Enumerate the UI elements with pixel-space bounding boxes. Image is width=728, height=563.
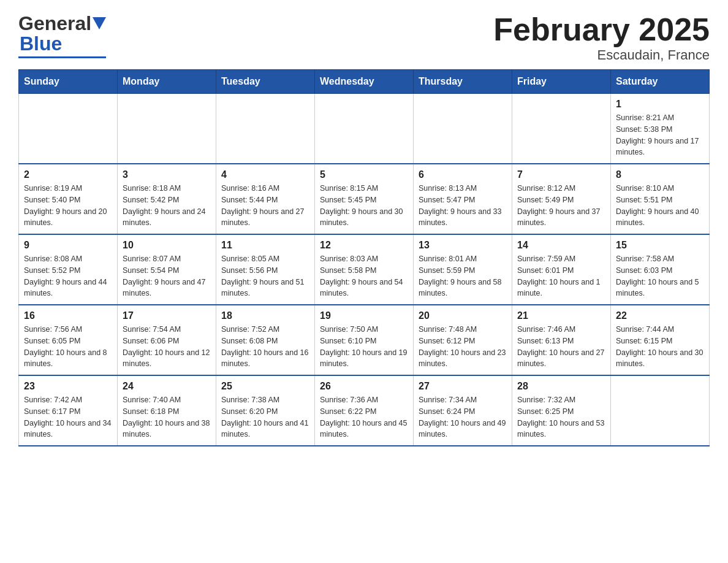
calendar-cell: 1Sunrise: 8:21 AMSunset: 5:38 PMDaylight… — [611, 94, 710, 164]
day-number: 22 — [616, 310, 704, 321]
header-row: SundayMondayTuesdayWednesdayThursdayFrid… — [19, 70, 710, 94]
day-info: Sunrise: 7:56 AMSunset: 6:05 PMDaylight:… — [24, 324, 112, 370]
day-number: 5 — [320, 169, 408, 180]
calendar-cell: 28Sunrise: 7:32 AMSunset: 6:25 PMDayligh… — [512, 375, 611, 446]
day-info: Sunrise: 8:01 AMSunset: 5:59 PMDaylight:… — [419, 253, 507, 299]
day-info: Sunrise: 8:08 AMSunset: 5:52 PMDaylight:… — [24, 253, 112, 299]
svg-marker-0 — [93, 17, 106, 29]
calendar-cell: 3Sunrise: 8:18 AMSunset: 5:42 PMDaylight… — [118, 164, 216, 234]
calendar-cell: 22Sunrise: 7:44 AMSunset: 6:15 PMDayligh… — [611, 305, 710, 375]
calendar-cell — [19, 94, 118, 164]
day-info: Sunrise: 7:48 AMSunset: 6:12 PMDaylight:… — [419, 324, 507, 370]
day-number: 20 — [419, 310, 507, 321]
day-number: 2 — [24, 169, 112, 180]
header-cell-saturday: Saturday — [611, 70, 710, 94]
calendar-title: February 2025 — [493, 12, 710, 47]
day-number: 25 — [221, 381, 309, 392]
calendar-cell: 17Sunrise: 7:54 AMSunset: 6:06 PMDayligh… — [118, 305, 216, 375]
day-number: 1 — [616, 99, 704, 110]
day-info: Sunrise: 7:34 AMSunset: 6:24 PMDaylight:… — [419, 394, 507, 440]
calendar-cell: 26Sunrise: 7:36 AMSunset: 6:22 PMDayligh… — [315, 375, 414, 446]
day-number: 26 — [320, 381, 408, 392]
day-info: Sunrise: 8:10 AMSunset: 5:51 PMDaylight:… — [616, 183, 704, 229]
day-number: 14 — [517, 240, 605, 251]
calendar-cell: 25Sunrise: 7:38 AMSunset: 6:20 PMDayligh… — [216, 375, 315, 446]
day-number: 10 — [123, 240, 211, 251]
week-row-4: 23Sunrise: 7:42 AMSunset: 6:17 PMDayligh… — [19, 375, 710, 446]
week-row-0: 1Sunrise: 8:21 AMSunset: 5:38 PMDaylight… — [19, 94, 710, 164]
day-info: Sunrise: 8:07 AMSunset: 5:54 PMDaylight:… — [123, 253, 211, 299]
header-cell-friday: Friday — [512, 70, 611, 94]
day-number: 15 — [616, 240, 704, 251]
day-number: 13 — [419, 240, 507, 251]
logo-blue-text: Blue — [20, 33, 62, 55]
day-info: Sunrise: 7:50 AMSunset: 6:10 PMDaylight:… — [320, 324, 408, 370]
day-number: 21 — [517, 310, 605, 321]
calendar-cell: 27Sunrise: 7:34 AMSunset: 6:24 PMDayligh… — [414, 375, 512, 446]
day-info: Sunrise: 7:46 AMSunset: 6:13 PMDaylight:… — [517, 324, 605, 370]
calendar-header: SundayMondayTuesdayWednesdayThursdayFrid… — [19, 70, 710, 94]
day-info: Sunrise: 8:03 AMSunset: 5:58 PMDaylight:… — [320, 253, 408, 299]
header-cell-monday: Monday — [118, 70, 216, 94]
day-number: 23 — [24, 381, 112, 392]
day-info: Sunrise: 8:15 AMSunset: 5:45 PMDaylight:… — [320, 183, 408, 229]
day-number: 16 — [24, 310, 112, 321]
day-info: Sunrise: 7:59 AMSunset: 6:01 PMDaylight:… — [517, 253, 605, 299]
calendar-cell: 5Sunrise: 8:15 AMSunset: 5:45 PMDaylight… — [315, 164, 414, 234]
logo: General Blue — [18, 12, 106, 58]
header-cell-tuesday: Tuesday — [216, 70, 315, 94]
calendar-cell: 4Sunrise: 8:16 AMSunset: 5:44 PMDaylight… — [216, 164, 315, 234]
header-cell-wednesday: Wednesday — [315, 70, 414, 94]
logo-underline — [18, 56, 106, 58]
day-number: 27 — [419, 381, 507, 392]
day-number: 11 — [221, 240, 309, 251]
calendar-cell: 12Sunrise: 8:03 AMSunset: 5:58 PMDayligh… — [315, 234, 414, 305]
calendar-cell — [216, 94, 315, 164]
day-number: 8 — [616, 169, 704, 180]
week-row-2: 9Sunrise: 8:08 AMSunset: 5:52 PMDaylight… — [19, 234, 710, 305]
day-info: Sunrise: 7:52 AMSunset: 6:08 PMDaylight:… — [221, 324, 309, 370]
day-info: Sunrise: 7:40 AMSunset: 6:18 PMDaylight:… — [123, 394, 211, 440]
day-info: Sunrise: 8:21 AMSunset: 5:38 PMDaylight:… — [616, 112, 704, 158]
day-info: Sunrise: 8:05 AMSunset: 5:56 PMDaylight:… — [221, 253, 309, 299]
calendar-cell: 18Sunrise: 7:52 AMSunset: 6:08 PMDayligh… — [216, 305, 315, 375]
calendar-cell: 19Sunrise: 7:50 AMSunset: 6:10 PMDayligh… — [315, 305, 414, 375]
day-info: Sunrise: 7:32 AMSunset: 6:25 PMDaylight:… — [517, 394, 605, 440]
week-row-1: 2Sunrise: 8:19 AMSunset: 5:40 PMDaylight… — [19, 164, 710, 234]
page-header: General Blue February 2025 Escaudain, Fr… — [18, 12, 710, 63]
calendar-cell: 13Sunrise: 8:01 AMSunset: 5:59 PMDayligh… — [414, 234, 512, 305]
day-number: 6 — [419, 169, 507, 180]
calendar-cell: 23Sunrise: 7:42 AMSunset: 6:17 PMDayligh… — [19, 375, 118, 446]
calendar-cell — [512, 94, 611, 164]
day-number: 7 — [517, 169, 605, 180]
day-number: 17 — [123, 310, 211, 321]
calendar-cell — [611, 375, 710, 446]
calendar-cell: 21Sunrise: 7:46 AMSunset: 6:13 PMDayligh… — [512, 305, 611, 375]
calendar-cell: 11Sunrise: 8:05 AMSunset: 5:56 PMDayligh… — [216, 234, 315, 305]
calendar-cell: 6Sunrise: 8:13 AMSunset: 5:47 PMDaylight… — [414, 164, 512, 234]
day-number: 4 — [221, 169, 309, 180]
day-info: Sunrise: 7:54 AMSunset: 6:06 PMDaylight:… — [123, 324, 211, 370]
day-info: Sunrise: 8:18 AMSunset: 5:42 PMDaylight:… — [123, 183, 211, 229]
calendar-cell — [118, 94, 216, 164]
day-info: Sunrise: 7:38 AMSunset: 6:20 PMDaylight:… — [221, 394, 309, 440]
day-info: Sunrise: 8:19 AMSunset: 5:40 PMDaylight:… — [24, 183, 112, 229]
calendar-cell: 8Sunrise: 8:10 AMSunset: 5:51 PMDaylight… — [611, 164, 710, 234]
calendar-cell: 10Sunrise: 8:07 AMSunset: 5:54 PMDayligh… — [118, 234, 216, 305]
title-section: February 2025 Escaudain, France — [493, 12, 710, 63]
calendar-body: 1Sunrise: 8:21 AMSunset: 5:38 PMDaylight… — [19, 94, 710, 446]
calendar-cell: 9Sunrise: 8:08 AMSunset: 5:52 PMDaylight… — [19, 234, 118, 305]
day-info: Sunrise: 8:12 AMSunset: 5:49 PMDaylight:… — [517, 183, 605, 229]
day-number: 3 — [123, 169, 211, 180]
logo-general-text: General — [18, 12, 91, 35]
day-info: Sunrise: 8:13 AMSunset: 5:47 PMDaylight:… — [419, 183, 507, 229]
header-cell-sunday: Sunday — [19, 70, 118, 94]
day-number: 28 — [517, 381, 605, 392]
header-cell-thursday: Thursday — [414, 70, 512, 94]
day-info: Sunrise: 7:44 AMSunset: 6:15 PMDaylight:… — [616, 324, 704, 370]
calendar-cell: 14Sunrise: 7:59 AMSunset: 6:01 PMDayligh… — [512, 234, 611, 305]
logo-triangle-icon — [93, 17, 106, 29]
calendar-cell: 2Sunrise: 8:19 AMSunset: 5:40 PMDaylight… — [19, 164, 118, 234]
day-number: 24 — [123, 381, 211, 392]
day-number: 12 — [320, 240, 408, 251]
